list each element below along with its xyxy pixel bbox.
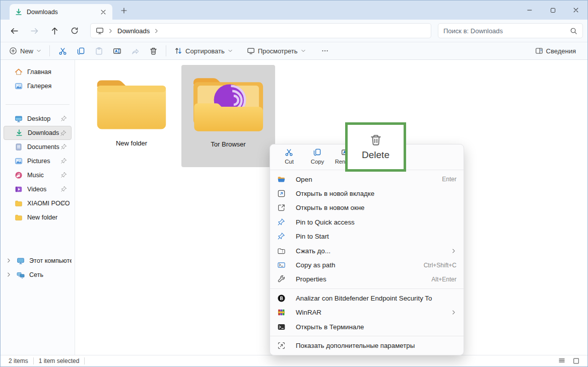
maximize-button[interactable] — [541, 1, 564, 20]
sidebar-item-this-pc[interactable]: Этот компьютер — [4, 254, 72, 268]
sidebar-item-music[interactable]: Music — [4, 168, 72, 182]
tab-close-icon[interactable] — [99, 8, 107, 16]
chevron-right-icon[interactable] — [6, 272, 11, 277]
forward-button[interactable] — [26, 23, 43, 39]
new-button[interactable]: New — [5, 43, 46, 58]
sidebar-item-home[interactable]: Главная — [4, 65, 72, 79]
quick-action-cut[interactable]: Cut — [276, 145, 302, 167]
toolbar-divider — [166, 45, 166, 56]
quick-action-copy[interactable]: Copy — [304, 145, 331, 167]
title-bar: Downloads — [1, 1, 587, 20]
pin-icon — [60, 143, 67, 150]
window-controls — [518, 1, 587, 20]
sort-button[interactable]: Сортировать — [170, 43, 237, 58]
quick-action-label: Cut — [285, 159, 294, 165]
copy-icon — [313, 148, 322, 157]
menu-item-label: Сжать до... — [296, 247, 445, 255]
pinBlue-icon — [277, 232, 286, 241]
minimize-button[interactable] — [518, 1, 541, 20]
context-menu-item-bitdefender-scan[interactable]: Analizar con Bitdefender Endpoint Securi… — [270, 291, 464, 305]
chevron-right-icon[interactable] — [6, 258, 11, 263]
context-menu-item-open-new-tab[interactable]: Открыть в новой вкладке — [270, 186, 464, 200]
menu-item-label: Copy as path — [296, 261, 418, 269]
more-options-button[interactable] — [316, 43, 334, 58]
sort-arrows-icon — [174, 47, 182, 55]
sidebar: ГлавнаяГалерея DesktopDownloadsDocuments… — [1, 60, 75, 356]
winrar-icon — [277, 308, 286, 317]
context-menu-item-show-more-options[interactable]: Показать дополнительные параметры — [270, 338, 464, 352]
menu-item-label: Analizar con Bitdefender Endpoint Securi… — [296, 295, 456, 302]
pinBlue-icon — [277, 218, 286, 227]
breadcrumb-downloads[interactable]: Downloads — [117, 27, 150, 35]
file-name: Tor Browser — [211, 140, 245, 148]
sidebar-item-documents[interactable]: Documents — [4, 140, 72, 154]
file-tile-new-folder[interactable]: New folder — [85, 66, 178, 168]
menu-separator — [270, 336, 464, 336]
large-icons-view-icon[interactable] — [571, 357, 580, 365]
sidebar-item-label: Music — [27, 172, 44, 179]
address-bar[interactable]: Downloads — [90, 23, 431, 38]
trash-icon — [149, 47, 158, 55]
pin-icon — [60, 200, 67, 206]
search-input[interactable] — [443, 27, 570, 35]
details-pane-button[interactable]: Сведения — [531, 43, 580, 58]
trash-icon — [369, 133, 382, 146]
refresh-button[interactable] — [66, 23, 83, 39]
sidebar-divider — [6, 104, 70, 105]
download-icon — [15, 129, 23, 137]
view-button[interactable]: Просмотреть — [242, 43, 310, 58]
file-tile-tor-browser[interactable]: Tor Browser — [181, 65, 275, 167]
sidebar-item-downloads[interactable]: Downloads — [4, 126, 72, 140]
ellipsis-icon — [321, 47, 329, 55]
sidebar-item-new-folder[interactable]: New folder — [4, 210, 72, 225]
context-menu-item-pin-quick-access[interactable]: Pin to Quick access — [270, 215, 464, 229]
chevron-right-icon[interactable] — [154, 28, 159, 34]
search-icon[interactable] — [570, 27, 577, 35]
sidebar-item-desktop[interactable]: Desktop — [4, 112, 72, 126]
sidebar-item-pictures[interactable]: Pictures — [4, 154, 72, 168]
copy-icon — [77, 47, 85, 55]
back-button[interactable] — [6, 23, 23, 39]
newwindow-icon — [277, 203, 286, 212]
gallery-icon — [15, 82, 23, 90]
new-button-label: New — [20, 47, 33, 55]
copypath-icon — [277, 261, 286, 269]
sidebar-item-videos[interactable]: Videos — [4, 182, 72, 196]
context-menu-item-winrar[interactable]: WinRAR — [270, 306, 464, 320]
close-button[interactable] — [564, 1, 587, 20]
rename-button[interactable] — [108, 43, 126, 58]
view-monitor-icon — [247, 47, 255, 55]
menu-item-label: Open — [296, 176, 436, 183]
folder-icon — [15, 213, 23, 222]
menu-item-label: Открыть в новом окне — [296, 204, 456, 211]
context-menu-item-properties[interactable]: PropertiesAlt+Enter — [270, 272, 464, 286]
share-button[interactable] — [126, 43, 144, 58]
delete-button[interactable] — [144, 43, 162, 58]
context-menu-item-open[interactable]: OpenEnter — [270, 172, 464, 186]
context-menu-item-open-new-window[interactable]: Открыть в новом окне — [270, 201, 464, 215]
document-icon — [15, 143, 23, 151]
sidebar-item-label: Главная — [27, 68, 51, 76]
menu-item-label: Pin to Quick access — [296, 218, 456, 226]
items-count: 2 items — [4, 357, 34, 364]
copy-button[interactable] — [72, 43, 90, 58]
context-menu-item-open-in-terminal[interactable]: Открыть в Терминале — [270, 320, 464, 334]
delete-highlight-box[interactable]: Delete — [345, 122, 406, 172]
context-menu-item-compress-to[interactable]: Сжать до... — [270, 244, 464, 258]
tab-downloads[interactable]: Downloads — [10, 4, 112, 20]
context-menu-item-copy-as-path[interactable]: Copy as pathCtrl+Shift+C — [270, 258, 464, 272]
paste-button[interactable] — [90, 43, 108, 58]
terminal-icon — [277, 323, 286, 331]
openFolder-icon — [277, 175, 286, 184]
up-button[interactable] — [46, 23, 63, 39]
navigation-bar: Downloads — [1, 20, 587, 42]
sidebar-item-xiaomi-poco-f[interactable]: XIAOMI POCO F — [4, 196, 72, 210]
sidebar-item-gallery[interactable]: Галерея — [4, 79, 72, 93]
context-menu-item-pin-start[interactable]: Pin to Start — [270, 230, 464, 244]
details-view-icon[interactable] — [557, 357, 566, 365]
file-name: New folder — [116, 139, 147, 147]
cut-button[interactable] — [53, 43, 72, 58]
folder-icon — [15, 199, 23, 207]
sidebar-item-network[interactable]: Сеть — [4, 268, 72, 282]
new-tab-button[interactable] — [119, 6, 128, 15]
